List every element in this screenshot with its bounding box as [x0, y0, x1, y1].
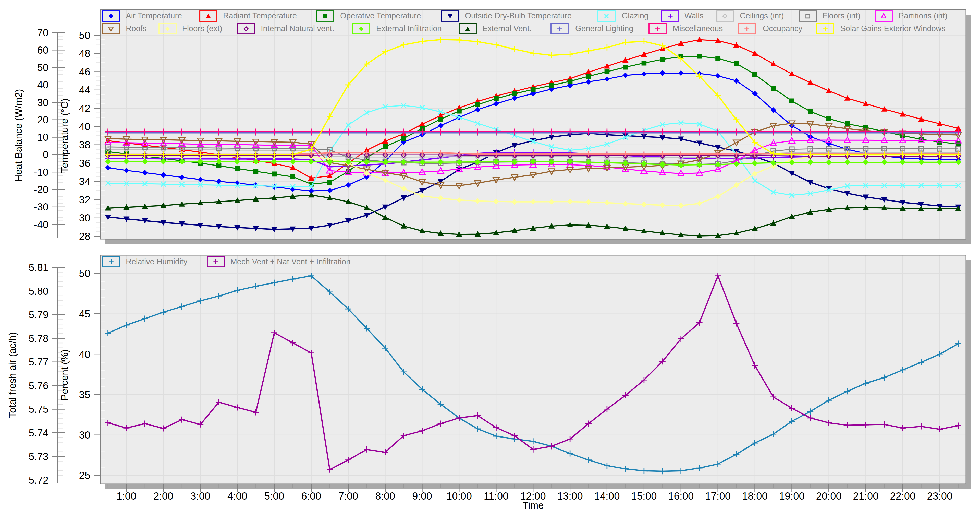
- svg-text:70: 70: [37, 27, 49, 38]
- svg-text:5.77: 5.77: [29, 356, 48, 367]
- svg-text:Mech Vent + Nat Vent + Infiltr: Mech Vent + Nat Vent + Infiltration: [231, 257, 350, 266]
- svg-text:Solar Gains Exterior Windows: Solar Gains Exterior Windows: [840, 24, 945, 33]
- svg-text:40: 40: [79, 349, 91, 360]
- svg-text:Walls: Walls: [684, 11, 703, 20]
- svg-text:36: 36: [79, 158, 91, 169]
- svg-text:30: 30: [37, 97, 49, 108]
- svg-text:Time: Time: [522, 500, 544, 511]
- svg-text:Radiant Temperature: Radiant Temperature: [223, 11, 297, 20]
- svg-text:Outside Dry-Bulb Temperature: Outside Dry-Bulb Temperature: [465, 11, 572, 20]
- svg-text:4:00: 4:00: [228, 490, 247, 502]
- svg-text:Percent (%): Percent (%): [59, 349, 70, 401]
- svg-text:Internal Natural vent.: Internal Natural vent.: [261, 24, 334, 33]
- svg-text:48: 48: [79, 48, 91, 59]
- svg-text:1:00: 1:00: [116, 490, 136, 502]
- svg-text:60: 60: [37, 45, 49, 56]
- svg-text:6:00: 6:00: [301, 490, 321, 502]
- svg-text:-20: -20: [34, 184, 48, 195]
- svg-text:8:00: 8:00: [375, 490, 395, 502]
- svg-text:External Infiltration: External Infiltration: [376, 24, 442, 33]
- svg-text:Ceilings (int): Ceilings (int): [740, 11, 784, 20]
- svg-text:34: 34: [79, 176, 91, 187]
- svg-text:30: 30: [79, 429, 91, 440]
- svg-text:11:00: 11:00: [484, 490, 508, 502]
- svg-text:14:00: 14:00: [594, 490, 620, 502]
- svg-text:Floors (ext): Floors (ext): [182, 24, 222, 33]
- svg-text:13:00: 13:00: [557, 490, 583, 502]
- svg-text:Glazing: Glazing: [622, 11, 649, 20]
- svg-text:44: 44: [79, 84, 91, 96]
- svg-text:Operative Temperature: Operative Temperature: [340, 11, 421, 20]
- svg-text:5.74: 5.74: [29, 427, 48, 439]
- svg-text:5.80: 5.80: [29, 286, 48, 297]
- svg-text:46: 46: [79, 66, 91, 77]
- svg-text:5:00: 5:00: [264, 490, 284, 502]
- svg-text:22:00: 22:00: [890, 490, 915, 502]
- svg-text:21:00: 21:00: [853, 490, 878, 502]
- svg-text:50: 50: [79, 30, 91, 41]
- svg-text:3:00: 3:00: [190, 490, 210, 502]
- svg-text:42: 42: [79, 103, 91, 114]
- svg-text:45: 45: [79, 308, 91, 319]
- svg-text:Heat Balance (W/m2): Heat Balance (W/m2): [13, 89, 24, 182]
- svg-text:20: 20: [37, 114, 49, 125]
- svg-text:5.72: 5.72: [29, 475, 48, 486]
- svg-text:10:00: 10:00: [446, 490, 472, 502]
- svg-text:5.76: 5.76: [29, 380, 48, 391]
- svg-text:Partitions (int): Partitions (int): [899, 11, 947, 20]
- svg-text:External Vent.: External Vent.: [482, 24, 531, 33]
- svg-text:38: 38: [79, 139, 91, 150]
- svg-text:40: 40: [37, 79, 49, 91]
- svg-text:5.75: 5.75: [29, 404, 48, 415]
- svg-text:-10: -10: [34, 166, 48, 178]
- svg-text:Roofs: Roofs: [126, 24, 146, 33]
- svg-text:15:00: 15:00: [631, 490, 657, 502]
- svg-text:16:00: 16:00: [668, 490, 694, 502]
- svg-text:32: 32: [79, 194, 91, 205]
- svg-text:Temperature (°C): Temperature (°C): [59, 98, 70, 173]
- svg-text:30: 30: [79, 212, 91, 223]
- svg-text:Relative Humidity: Relative Humidity: [126, 257, 188, 266]
- svg-text:17:00: 17:00: [705, 490, 731, 502]
- svg-text:General Lighting: General Lighting: [575, 24, 633, 33]
- svg-text:35: 35: [79, 389, 91, 400]
- svg-text:7:00: 7:00: [339, 490, 358, 502]
- svg-text:20:00: 20:00: [816, 490, 842, 502]
- svg-text:5.73: 5.73: [29, 451, 48, 462]
- svg-text:18:00: 18:00: [742, 490, 768, 502]
- svg-text:-30: -30: [34, 201, 48, 212]
- svg-text:40: 40: [79, 121, 91, 132]
- svg-text:28: 28: [79, 231, 91, 242]
- svg-text:Occupancy: Occupancy: [763, 24, 803, 33]
- svg-text:50: 50: [37, 62, 49, 73]
- svg-text:25: 25: [79, 470, 91, 481]
- svg-text:Miscellaneous: Miscellaneous: [673, 24, 723, 33]
- svg-text:5.81: 5.81: [29, 262, 48, 273]
- svg-text:9:00: 9:00: [412, 490, 432, 502]
- svg-text:-40: -40: [34, 219, 48, 230]
- svg-text:19:00: 19:00: [779, 490, 805, 502]
- svg-text:5.78: 5.78: [29, 333, 48, 344]
- svg-text:Air Temperature: Air Temperature: [126, 11, 182, 20]
- svg-text:Total fresh air (ac/h): Total fresh air (ac/h): [7, 332, 18, 418]
- svg-text:2:00: 2:00: [153, 490, 173, 502]
- svg-text:10: 10: [37, 132, 49, 143]
- svg-text:0: 0: [43, 149, 48, 160]
- svg-text:5.79: 5.79: [29, 309, 48, 320]
- svg-text:50: 50: [79, 268, 91, 279]
- svg-text:Floors (int): Floors (int): [822, 11, 860, 20]
- svg-text:23:00: 23:00: [927, 490, 953, 502]
